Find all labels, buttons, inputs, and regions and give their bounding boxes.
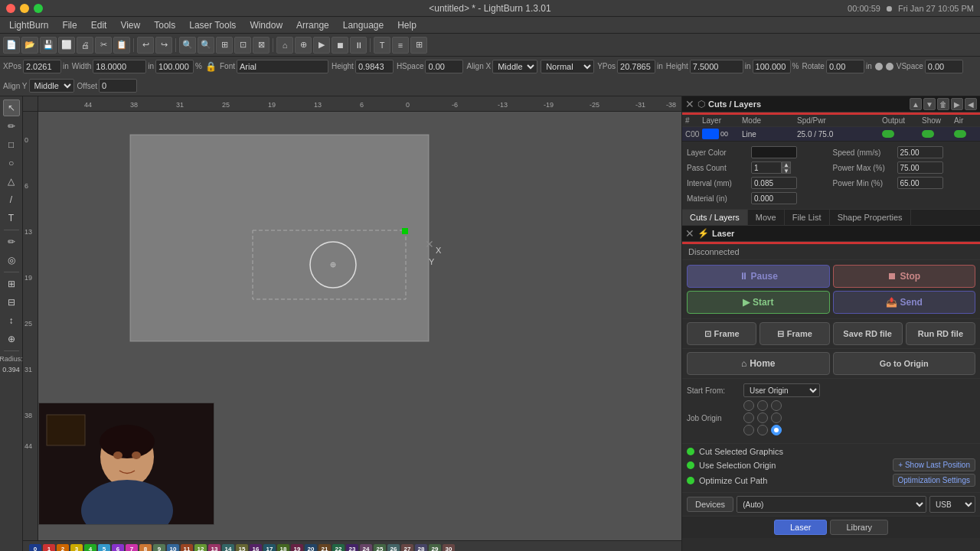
speed-input[interactable] (897, 146, 943, 158)
dot-14[interactable]: 14 (222, 544, 234, 552)
canvas-area[interactable]: 44 38 31 25 19 13 6 0 -6 -13 -19 -25 -31… (23, 96, 681, 551)
dot-1[interactable]: 1 (43, 544, 55, 552)
dot-18[interactable]: 18 (277, 544, 289, 552)
air-toggle[interactable] (954, 130, 966, 138)
undo-btn[interactable]: ↩ (137, 37, 154, 54)
pencil-tool[interactable]: ✏ (3, 233, 20, 250)
laser-pause-btn[interactable]: ⏸ (350, 37, 367, 54)
devices-button[interactable]: Devices (687, 497, 733, 512)
dot-26[interactable]: 26 (387, 544, 400, 552)
origin-mc[interactable] (757, 412, 768, 423)
open-btn[interactable]: 📂 (21, 37, 38, 54)
height2-input[interactable] (355, 60, 394, 73)
align-tool[interactable]: ⊟ (3, 294, 20, 311)
delete-layer[interactable]: 🗑 (937, 98, 949, 110)
frame-btn1[interactable]: ⊡ Frame (687, 322, 756, 345)
tab-file-list[interactable]: File List (785, 210, 830, 225)
menu-language[interactable]: Language (337, 18, 390, 32)
output-toggle[interactable] (882, 130, 894, 138)
material-input[interactable] (751, 192, 797, 204)
dot-27[interactable]: 27 (401, 544, 413, 552)
close-button[interactable] (6, 4, 15, 13)
dot-4[interactable]: 4 (84, 544, 96, 552)
library-tab[interactable]: Library (830, 520, 888, 535)
goto-origin-button[interactable]: Go to Origin (833, 352, 976, 375)
snap-btn[interactable]: ⊠ (253, 37, 270, 54)
align-btn[interactable]: ≡ (392, 37, 409, 54)
start-button[interactable]: ▶ Start (687, 291, 830, 314)
dot-30[interactable]: 30 (443, 544, 455, 552)
layer-color-swatch[interactable] (702, 129, 719, 139)
interval-input[interactable] (751, 177, 797, 189)
tb-btn7[interactable]: 📋 (113, 37, 130, 54)
laser-close[interactable]: ✕ (685, 227, 694, 240)
rotate-input[interactable] (826, 60, 864, 73)
start-from-select[interactable]: User Origin Absolute Coords Current Posi… (743, 383, 820, 397)
origin-tr[interactable] (771, 400, 782, 411)
redo-btn[interactable]: ↪ (155, 37, 172, 54)
dot-16[interactable]: 16 (250, 544, 262, 552)
arrow-left[interactable]: ◀ (965, 98, 977, 110)
use-selection-led[interactable] (687, 461, 694, 469)
pause-button[interactable]: ⏸ Pause (687, 265, 830, 288)
rect-tool[interactable]: □ (3, 136, 20, 153)
scroll-up[interactable]: ▲ (910, 98, 922, 110)
dot-17[interactable]: 17 (263, 544, 276, 552)
xpos-input[interactable] (23, 60, 61, 73)
pass-count-down[interactable]: ▼ (782, 168, 791, 174)
dot-5[interactable]: 5 (98, 544, 110, 552)
height-input[interactable] (690, 60, 743, 73)
menu-window[interactable]: Window (243, 18, 289, 32)
ellipse-tool[interactable]: ○ (3, 155, 20, 171)
dot-6[interactable]: 6 (112, 544, 124, 552)
menu-help[interactable]: Help (391, 18, 423, 32)
vspace-input[interactable] (925, 60, 963, 73)
lock-icon[interactable]: 🔒 (205, 61, 217, 72)
origin-tl[interactable] (743, 400, 754, 411)
laser-start-btn[interactable]: ▶ (313, 37, 330, 54)
grid-tool[interactable]: ⊞ (3, 276, 20, 292)
group-btn[interactable]: ⊞ (410, 37, 427, 54)
crosshair-tool[interactable]: ⊕ (3, 331, 20, 347)
dot-12[interactable]: 12 (194, 544, 207, 552)
laser-stop-btn[interactable]: ⏹ (332, 37, 348, 54)
usb-select[interactable]: USB (929, 496, 975, 513)
laser-pos-btn[interactable]: ⊕ (295, 37, 312, 54)
stop-button[interactable]: ⏹ Stop (833, 265, 976, 288)
tab-shape-props[interactable]: Shape Properties (830, 210, 911, 225)
dot-21[interactable]: 21 (318, 544, 331, 552)
tb-btn6[interactable]: ✂ (95, 37, 112, 54)
send-button[interactable]: 📤 Send (833, 291, 976, 314)
offset-input[interactable] (99, 79, 137, 93)
text-btn[interactable]: T (374, 37, 390, 54)
zoom-in-btn[interactable]: 🔍 (179, 37, 196, 54)
optimize-cut-led[interactable] (687, 477, 694, 484)
new-btn[interactable]: 📄 (3, 37, 20, 54)
cuts-layers-close[interactable]: ✕ (685, 98, 694, 110)
zoom-fit-btn[interactable]: ⊞ (216, 37, 233, 54)
tb-btn5[interactable]: 🖨 (77, 37, 93, 54)
menu-edit[interactable]: Edit (85, 18, 113, 32)
dot-28[interactable]: 28 (415, 544, 427, 552)
tb-btn4[interactable]: ⬜ (58, 37, 75, 54)
arrow-right[interactable]: ▶ (951, 98, 963, 110)
menu-file[interactable]: File (56, 18, 83, 32)
device-select[interactable]: (Auto) (737, 496, 926, 513)
show-toggle[interactable] (922, 130, 934, 138)
dot-2[interactable]: 2 (57, 544, 69, 552)
dot-29[interactable]: 29 (429, 544, 441, 552)
text-tool[interactable]: T (3, 210, 20, 227)
dot-7[interactable]: 7 (126, 544, 138, 552)
power-max-input[interactable] (897, 161, 943, 174)
dot-22[interactable]: 22 (332, 544, 345, 552)
origin-bl[interactable] (743, 425, 754, 435)
maximize-button[interactable] (34, 4, 43, 13)
edit-nodes-tool[interactable]: ✏ (3, 118, 20, 135)
frame-btn2[interactable]: ⊟ Frame (760, 322, 829, 345)
normal-select[interactable]: Normal (541, 60, 594, 73)
pass-count-input[interactable] (751, 161, 782, 174)
menu-lightburn[interactable]: LightBurn (3, 18, 54, 32)
dot-11[interactable]: 11 (181, 544, 193, 552)
tab-move[interactable]: Move (748, 210, 785, 225)
select-btn[interactable]: ⊡ (234, 37, 251, 54)
